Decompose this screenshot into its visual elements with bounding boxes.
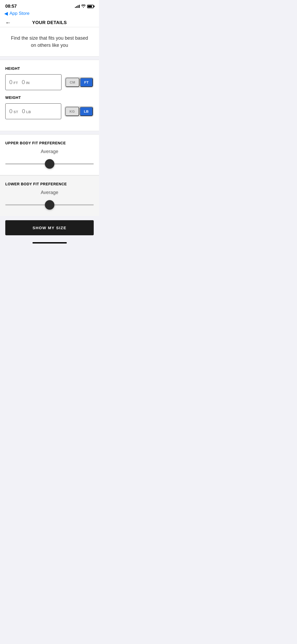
- weight-lb-unit: LB: [26, 110, 31, 114]
- height-input-box[interactable]: 0 FT 0 IN: [5, 74, 62, 90]
- lower-body-section: LOWER BODY FIT PREFERENCE Average: [0, 175, 99, 216]
- app-store-nav[interactable]: ◀ App Store: [0, 10, 99, 19]
- weight-kg-button[interactable]: KG: [65, 107, 79, 116]
- lower-body-slider-container: [5, 200, 94, 210]
- app-store-label[interactable]: App Store: [10, 11, 30, 16]
- height-ft-value: 0: [9, 79, 12, 86]
- weight-input-box[interactable]: 0 ST 0 LB: [5, 103, 61, 119]
- home-bar: [32, 242, 67, 243]
- upper-body-slider-thumb[interactable]: [45, 159, 54, 169]
- cta-section: SHOW MY SIZE: [0, 216, 99, 240]
- lower-body-slider-thumb[interactable]: [45, 200, 54, 210]
- weight-st-unit: ST: [13, 110, 18, 114]
- upper-body-section: UPPER BODY FIT PREFERENCE Average: [0, 134, 99, 175]
- status-time: 08:57: [5, 4, 17, 9]
- height-cm-button[interactable]: CM: [65, 78, 79, 87]
- height-ft-button[interactable]: FT: [80, 78, 93, 87]
- upper-body-label: UPPER BODY FIT PREFERENCE: [5, 141, 94, 145]
- height-ft-unit: FT: [13, 81, 18, 85]
- height-unit-toggle: CM FT: [65, 77, 94, 88]
- status-bar: 08:57: [0, 0, 99, 10]
- show-my-size-button[interactable]: SHOW MY SIZE: [5, 220, 94, 235]
- weight-st-value: 0: [9, 108, 12, 115]
- weight-label: WEIGHT: [5, 95, 94, 100]
- height-label: HEIGHT: [5, 66, 94, 71]
- lower-body-label: LOWER BODY FIT PREFERENCE: [5, 182, 94, 186]
- subtitle-text: Find the size that fits you best based o…: [8, 35, 91, 49]
- lower-body-slider-label: Average: [5, 190, 94, 195]
- app-store-back-arrow: ◀: [4, 11, 8, 16]
- back-button[interactable]: ←: [5, 19, 11, 26]
- weight-input-row: 0 ST 0 LB KG LB: [5, 103, 94, 119]
- page-title: YOUR DETAILS: [32, 20, 67, 25]
- weight-lb-button[interactable]: LB: [80, 107, 93, 116]
- main-header: ← YOUR DETAILS: [0, 19, 99, 27]
- upper-body-slider-container: [5, 159, 94, 169]
- status-icons: [75, 4, 94, 8]
- signal-icon: [75, 5, 80, 8]
- wifi-icon: [81, 4, 86, 8]
- weight-unit-toggle: KG LB: [64, 106, 94, 117]
- subtitle-section: Find the size that fits you best based o…: [0, 27, 99, 57]
- height-input-row: 0 FT 0 IN CM FT: [5, 74, 94, 90]
- height-weight-section: HEIGHT 0 FT 0 IN CM FT WEIGHT 0 ST 0 LB …: [0, 60, 99, 131]
- weight-lb-value: 0: [22, 108, 25, 115]
- height-in-value: 0: [22, 79, 25, 86]
- battery-icon: [87, 5, 94, 8]
- home-indicator: [0, 240, 99, 248]
- upper-body-slider-label: Average: [5, 149, 94, 154]
- height-in-unit: IN: [26, 81, 30, 85]
